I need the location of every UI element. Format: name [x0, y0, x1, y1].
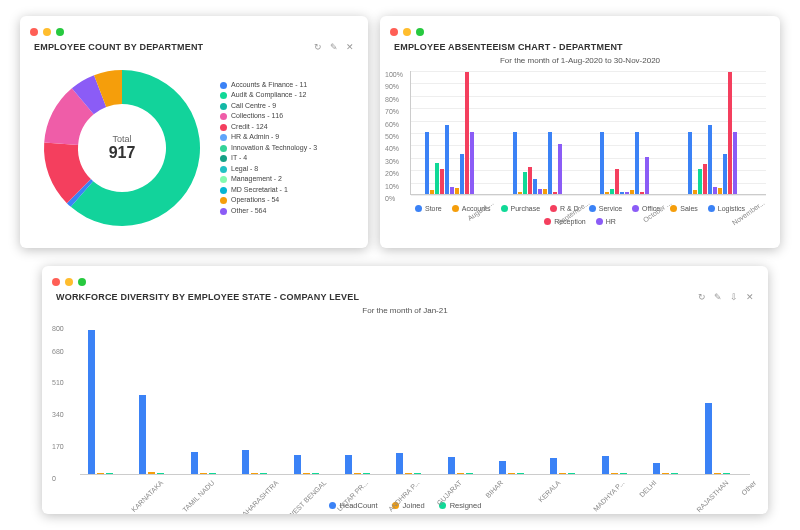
- bar[interactable]: [523, 172, 527, 194]
- legend-item[interactable]: Collections - 116: [220, 111, 317, 122]
- download-icon[interactable]: ⇩: [730, 292, 738, 302]
- bar[interactable]: [620, 192, 624, 194]
- bar[interactable]: [363, 473, 370, 474]
- legend-item[interactable]: Service: [589, 205, 622, 212]
- bar[interactable]: [106, 473, 113, 474]
- bar[interactable]: [466, 473, 473, 474]
- bar[interactable]: [698, 169, 702, 194]
- legend-item[interactable]: Call Centre - 9: [220, 101, 317, 112]
- minimize-window-icon[interactable]: [43, 28, 51, 36]
- bar[interactable]: [605, 192, 609, 194]
- bar[interactable]: [693, 190, 697, 194]
- bar[interactable]: [157, 473, 164, 475]
- bar[interactable]: [445, 125, 449, 194]
- bar[interactable]: [714, 473, 721, 474]
- bar[interactable]: [718, 188, 722, 194]
- bar[interactable]: [559, 473, 566, 474]
- edit-icon[interactable]: ✎: [330, 42, 338, 52]
- bar[interactable]: [728, 72, 732, 194]
- bar[interactable]: [553, 192, 557, 194]
- maximize-window-icon[interactable]: [416, 28, 424, 36]
- legend-item[interactable]: Accounts & Finance - 11: [220, 80, 317, 91]
- bar[interactable]: [723, 473, 730, 474]
- legend-item[interactable]: Legal - 8: [220, 164, 317, 175]
- bar[interactable]: [242, 450, 249, 474]
- legend-item[interactable]: HR & Admin - 9: [220, 132, 317, 143]
- bar[interactable]: [440, 169, 444, 194]
- bar[interactable]: [548, 132, 552, 194]
- bar[interactable]: [630, 190, 634, 194]
- bar[interactable]: [200, 473, 207, 474]
- bar[interactable]: [430, 190, 434, 194]
- bar[interactable]: [294, 455, 301, 474]
- bar[interactable]: [625, 192, 629, 194]
- bar[interactable]: [568, 473, 575, 474]
- legend-item[interactable]: Operations - 54: [220, 195, 317, 206]
- bar[interactable]: [396, 453, 403, 474]
- bar[interactable]: [615, 169, 619, 194]
- bar[interactable]: [139, 395, 146, 474]
- bar[interactable]: [703, 164, 707, 194]
- bar[interactable]: [508, 473, 515, 474]
- bar[interactable]: [448, 457, 455, 474]
- bar[interactable]: [600, 132, 604, 194]
- minimize-window-icon[interactable]: [65, 278, 73, 286]
- refresh-icon[interactable]: ↻: [698, 292, 706, 302]
- legend-item[interactable]: Audit & Compliance - 12: [220, 90, 317, 101]
- close-icon[interactable]: ✕: [746, 292, 754, 302]
- minimize-window-icon[interactable]: [403, 28, 411, 36]
- bar[interactable]: [635, 132, 639, 194]
- bar[interactable]: [538, 189, 542, 194]
- bar[interactable]: [460, 154, 464, 194]
- edit-icon[interactable]: ✎: [714, 292, 722, 302]
- bar[interactable]: [455, 188, 459, 194]
- bar[interactable]: [405, 473, 412, 474]
- bar[interactable]: [148, 472, 155, 474]
- bar[interactable]: [713, 187, 717, 194]
- close-window-icon[interactable]: [390, 28, 398, 36]
- bar[interactable]: [513, 132, 517, 194]
- bar[interactable]: [191, 452, 198, 475]
- legend-item[interactable]: Management - 2: [220, 174, 317, 185]
- bar[interactable]: [662, 473, 669, 474]
- bar[interactable]: [640, 192, 644, 194]
- bar[interactable]: [435, 163, 439, 194]
- bar[interactable]: [251, 473, 258, 474]
- bar[interactable]: [708, 125, 712, 194]
- bar[interactable]: [671, 473, 678, 474]
- bar[interactable]: [723, 154, 727, 194]
- close-window-icon[interactable]: [30, 28, 38, 36]
- bar[interactable]: [518, 192, 522, 194]
- bar[interactable]: [517, 473, 524, 474]
- bar[interactable]: [645, 157, 649, 194]
- bar[interactable]: [465, 72, 469, 194]
- bar[interactable]: [528, 167, 532, 194]
- bar[interactable]: [303, 473, 310, 474]
- legend-item[interactable]: Innovation & Technology - 3: [220, 143, 317, 154]
- bar[interactable]: [450, 187, 454, 194]
- legend-item[interactable]: Logistics: [708, 205, 745, 212]
- legend-item[interactable]: Credit - 124: [220, 122, 317, 133]
- bar[interactable]: [97, 473, 104, 475]
- bar[interactable]: [602, 456, 609, 474]
- bar[interactable]: [209, 473, 216, 474]
- bar[interactable]: [610, 189, 614, 194]
- bar[interactable]: [620, 473, 627, 474]
- close-icon[interactable]: ✕: [346, 42, 354, 52]
- bar[interactable]: [312, 473, 319, 474]
- bar[interactable]: [414, 473, 421, 474]
- bar[interactable]: [705, 403, 712, 474]
- bar[interactable]: [688, 132, 692, 194]
- close-window-icon[interactable]: [52, 278, 60, 286]
- bar[interactable]: [470, 132, 474, 194]
- bar[interactable]: [354, 473, 361, 474]
- legend-item[interactable]: MD Secretariat - 1: [220, 185, 317, 196]
- legend-item[interactable]: Sales: [670, 205, 698, 212]
- bar[interactable]: [260, 473, 267, 474]
- bar[interactable]: [558, 144, 562, 194]
- legend-item[interactable]: HR: [596, 218, 616, 225]
- bar[interactable]: [550, 458, 557, 474]
- refresh-icon[interactable]: ↻: [314, 42, 322, 52]
- maximize-window-icon[interactable]: [56, 28, 64, 36]
- bar[interactable]: [733, 132, 737, 194]
